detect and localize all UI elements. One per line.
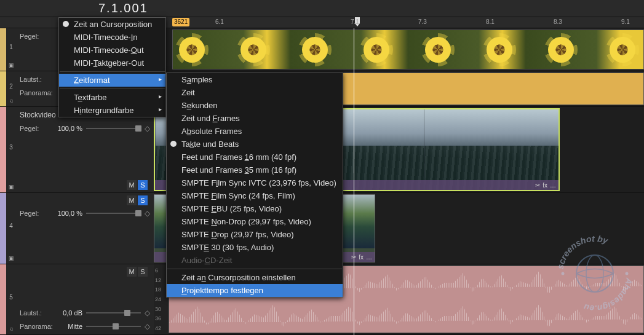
level-value: 100,0 % xyxy=(57,210,82,217)
menu-item-set-project-tempo[interactable]: Projekttempo festlegen xyxy=(167,284,343,297)
ruler-tick: 8.1 xyxy=(486,18,495,25)
audio-track-icon: ♫ xyxy=(9,98,14,104)
crop-icon[interactable]: ✂ xyxy=(535,182,540,189)
fx-icon[interactable]: fx xyxy=(543,182,547,189)
track-color-strip xyxy=(0,107,6,192)
mute-button[interactable]: M xyxy=(127,180,137,190)
audio-track-icon: ♫ xyxy=(9,326,14,332)
track-number[interactable]: 2♫ xyxy=(6,71,16,106)
menu-separator xyxy=(60,71,165,72)
track-color-strip xyxy=(0,264,6,334)
level-label: Pegel: xyxy=(20,33,53,40)
more-icon[interactable]: … xyxy=(366,254,372,261)
menu-item-smpte-24[interactable]: SMPTE Film Sync (24 fps, Film) xyxy=(167,189,343,202)
time-counter[interactable]: 7.1.001 xyxy=(98,1,148,15)
menu-item-bg-color[interactable]: Hintergrundfarbe xyxy=(59,104,165,117)
menu-item-smpte-ebu[interactable]: SMPTE EBU (25 fps, Video) xyxy=(167,202,343,215)
ruler-tick: 7.3 xyxy=(418,18,427,25)
keyframe-icon[interactable]: ◇ xyxy=(145,209,150,218)
track-header: M S Lautst.: 0,0 dB ◇ Panorama: Mitte ◇ xyxy=(16,264,154,334)
track-color-strip xyxy=(0,71,6,106)
track-name: Stockvideo xyxy=(20,111,56,119)
keyframe-icon[interactable]: ◇ xyxy=(145,322,150,331)
menu-item-midi-tc-in[interactable]: MIDI-Timecode-In xyxy=(59,31,165,44)
keyframe-icon[interactable]: ◇ xyxy=(145,309,150,317)
radio-selected-icon xyxy=(63,21,69,27)
level-slider[interactable] xyxy=(86,210,141,216)
crop-icon[interactable]: ✂ xyxy=(351,254,356,261)
level-value: 100,0 % xyxy=(57,125,82,132)
volume-slider[interactable] xyxy=(86,310,141,316)
pan-slider[interactable] xyxy=(86,323,141,329)
ruler-tick: 9.1 xyxy=(621,18,630,25)
level-label: Pegel: xyxy=(20,210,53,217)
menu-separator xyxy=(60,89,165,89)
menu-item-abs-frames[interactable]: Absolute Frames xyxy=(167,125,343,138)
video-clip[interactable] xyxy=(172,30,644,69)
solo-button[interactable]: S xyxy=(138,180,148,190)
menu-item-time-frames[interactable]: Zeit und Frames xyxy=(167,112,343,125)
solo-button[interactable]: S xyxy=(138,267,148,277)
mute-button[interactable]: M xyxy=(127,267,137,277)
menu-item-time-at-cursor[interactable]: Zeit an Cursorposition xyxy=(59,18,165,31)
solo-button[interactable]: S xyxy=(138,195,148,205)
track-color-strip xyxy=(0,28,6,71)
pan-label: Panorama: xyxy=(20,323,53,330)
more-icon[interactable]: … xyxy=(550,182,556,189)
menu-item-time[interactable]: Zeit xyxy=(167,86,343,99)
menu-item-ff16[interactable]: Feet und Frames 16 mm (40 fpf) xyxy=(167,151,343,164)
menu-item-text-color[interactable]: Textfarbe xyxy=(59,91,165,104)
level-slider[interactable] xyxy=(86,125,141,132)
volume-value: 0,0 dB xyxy=(57,309,82,317)
ruler-tick: 8.3 xyxy=(554,18,562,25)
mute-button[interactable]: M xyxy=(127,195,137,205)
pan-label: Panorama: xyxy=(20,89,53,97)
track-color-strip xyxy=(0,193,6,264)
context-menu: Zeit an Cursorposition MIDI-Timecode-In … xyxy=(58,17,166,117)
context-submenu-timeformat: Samples Zeit Sekunden Zeit und Frames Ab… xyxy=(166,73,343,298)
volume-label: Lautst.: xyxy=(20,76,53,83)
track-header: M S Pegel: 100,0 % ◇ xyxy=(16,193,154,264)
menu-item-smpte-drop[interactable]: SMPTE Drop (29,97 fps, Video) xyxy=(167,228,343,241)
ruler-tick: 6.1 xyxy=(215,18,224,25)
menu-item-midi-tc-out[interactable]: MIDI-Timecode-Out xyxy=(59,44,165,57)
fx-icon[interactable]: fx xyxy=(359,254,364,261)
menu-item-midi-clock-out[interactable]: MIDI-Taktgeber-Out xyxy=(59,57,165,69)
track-header: Stockvideo Pegel: 100,0 % ◇ M S xyxy=(16,107,154,192)
volume-label: Lautst.: xyxy=(20,309,53,317)
keyframe-icon[interactable]: ◇ xyxy=(145,124,150,133)
video-track-icon: ▣ xyxy=(9,184,14,190)
ruler-tick: 7.1 xyxy=(351,18,359,25)
menu-item-smpte-nd[interactable]: SMPTE Non-Drop (29,97 fps, Video) xyxy=(167,215,343,228)
top-bar: 7.1.001 xyxy=(0,0,644,17)
menu-separator xyxy=(167,269,342,269)
track-number[interactable]: 5♫ xyxy=(6,264,16,334)
menu-item-audio-cd: Audio-CD-Zeit xyxy=(167,254,343,267)
menu-item-bars-beats[interactable]: Takte und Beats xyxy=(167,138,343,151)
menu-item-set-time-cursor[interactable]: Zeit an Cursorposition einstellen xyxy=(167,271,343,284)
track-lane[interactable] xyxy=(154,28,644,71)
track-number[interactable]: 3▣ xyxy=(6,107,16,192)
track-number[interactable]: 1▣ xyxy=(6,28,16,71)
menu-item-time-format[interactable]: Zeitformat xyxy=(59,74,165,87)
video-track-icon: ▣ xyxy=(9,255,14,261)
menu-item-smpte-ivtc[interactable]: SMPTE Film Sync IVTC (23,976 fps, Video) xyxy=(167,176,343,189)
radio-selected-icon xyxy=(170,141,177,147)
menu-item-ff35[interactable]: Feet und Frames 35 mm (16 fpf) xyxy=(167,164,343,176)
menu-item-samples[interactable]: Samples xyxy=(167,73,343,86)
level-label: Pegel: xyxy=(20,125,53,132)
track-number[interactable]: 4▣ xyxy=(6,193,16,264)
menu-item-seconds[interactable]: Sekunden xyxy=(167,99,343,112)
video-track-icon: ▣ xyxy=(9,62,14,68)
menu-item-smpte-30[interactable]: SMPTE 30 (30 fps, Audio) xyxy=(167,241,343,254)
pan-value: Mitte xyxy=(57,323,82,330)
